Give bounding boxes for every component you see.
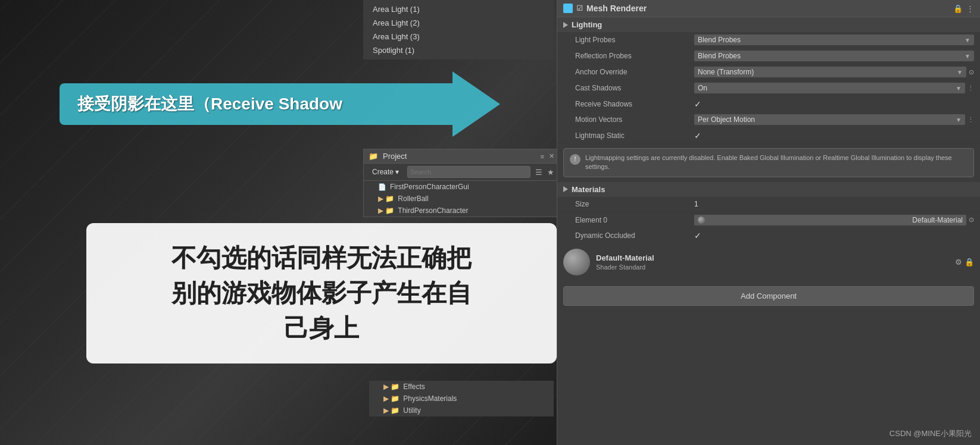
cast-shadows-value[interactable]: On ▼: [694, 83, 965, 93]
materials-section-header[interactable]: Materials: [557, 182, 980, 197]
arrow-text: 接受阴影在这里（Receive Shadow: [77, 93, 342, 115]
motion-vectors-text: Per Object Motion: [698, 115, 755, 124]
text-line-3: 己身上: [110, 311, 533, 346]
folder-icon: 📁: [369, 152, 378, 161]
dropdown-arrow-icon: ▼: [957, 69, 963, 76]
element0-value[interactable]: Default-Material: [694, 215, 966, 225]
inspector-panel: ☑ Mesh Renderer 🔒 ⋮ Lighting Light Probe…: [557, 0, 980, 445]
element0-target-icon[interactable]: ⊙: [969, 216, 974, 224]
anchor-target-icon[interactable]: ⊙: [969, 68, 974, 76]
inspector-title-text: Mesh Renderer: [586, 4, 647, 13]
receive-shadows-checkbox[interactable]: ✓: [694, 99, 974, 109]
scene-background: [0, 0, 557, 445]
material-settings-icon[interactable]: ⚙: [955, 258, 962, 267]
lighting-section-label: Lighting: [572, 20, 602, 29]
cast-shadows-label: Cast Shadows: [575, 84, 694, 92]
size-label: Size: [575, 200, 694, 208]
materials-section: Materials Size 1 Element 0 Default-Mater…: [557, 182, 980, 280]
lightmapping-info-box: ! Lightmapping settings are currently di…: [563, 148, 974, 177]
inspector-header: ☑ Mesh Renderer 🔒 ⋮: [557, 0, 980, 17]
element0-label: Element 0: [575, 216, 694, 224]
arrow-annotation: 接受阴影在这里（Receive Shadow: [60, 71, 512, 143]
property-reflection-probes: Reflection Probes Blend Probes ▼: [557, 48, 980, 64]
reflection-probes-text: Blend Probes: [698, 52, 741, 60]
shader-label: Shader: [596, 264, 617, 271]
motion-vectors-extra-icon[interactable]: ⋮: [967, 116, 974, 124]
project-star-icon[interactable]: ★: [547, 168, 554, 177]
dynamic-occluded-label: Dynamic Occluded: [575, 231, 694, 240]
anchor-override-value[interactable]: None (Transform) ▼: [694, 67, 966, 77]
inspector-lock-icon[interactable]: 🔒: [953, 4, 963, 13]
property-lightmap-static: Lightmap Static ✓: [557, 128, 980, 143]
dynamic-occluded-checkbox[interactable]: ✓: [694, 231, 974, 240]
text-line-2: 别的游戏物体影子产生在自: [110, 276, 533, 311]
project-item-firstperson[interactable]: 📄 FirstPersonCharacterGui: [364, 181, 559, 193]
project-item-label: RollerBall: [398, 195, 428, 203]
property-anchor-override: Anchor Override None (Transform) ▼ ⊙: [557, 64, 980, 80]
reflection-probes-label: Reflection Probes: [575, 52, 694, 60]
folder-icon: ▶ 📁: [383, 406, 400, 415]
text-line-1: 不勾选的话同样无法正确把: [110, 241, 533, 276]
material-preview: Default-Material Shader Standard ⚙ 🔒: [557, 244, 980, 280]
materials-section-label: Materials: [572, 185, 605, 194]
panel-menu-icon[interactable]: ≡: [541, 153, 544, 160]
project-item-rollerball[interactable]: ▶ 📁 RollerBall: [364, 193, 559, 205]
dropdown-arrow-icon: ▼: [965, 37, 970, 43]
script-icon: 📄: [378, 183, 386, 191]
hierarchy-list: Area Light (1) Area Light (2) Area Light…: [363, 0, 554, 59]
material-info: Default-Material Shader Standard: [596, 253, 949, 271]
project-item-utility[interactable]: ▶ 📁 Utility: [369, 405, 554, 416]
project-item-physicsmaterials[interactable]: ▶ 📁 PhysicsMaterials: [369, 393, 554, 405]
shader-value: Standard: [619, 264, 646, 271]
collapse-triangle-icon: [563, 22, 568, 28]
annotation-text: 不勾选的话同样无法正确把 别的游戏物体影子产生在自 己身上: [110, 241, 533, 346]
watermark: CSDN @MINE小果阳光: [890, 428, 972, 439]
material-header-icons: ⚙ 🔒: [955, 258, 974, 267]
property-light-probes: Light Probes Blend Probes ▼: [557, 32, 980, 48]
project-search-input[interactable]: [407, 166, 530, 178]
cast-shadows-text: On: [698, 84, 707, 92]
project-item-label: ThirdPersonCharacter: [398, 206, 468, 215]
element0-text: Default-Material: [912, 216, 963, 224]
list-item: Area Light (3): [363, 30, 554, 43]
folder-icon: ▶ 📁: [378, 195, 394, 203]
size-value: 1: [694, 200, 974, 208]
list-item: Area Light (1): [363, 2, 554, 16]
motion-vectors-value[interactable]: Per Object Motion ▼: [694, 114, 965, 125]
folder-icon: ▶ 📁: [378, 206, 394, 215]
project-item-effects[interactable]: ▶ 📁 Effects: [369, 381, 554, 393]
project-bottom-items: ▶ 📁 Effects ▶ 📁 PhysicsMaterials ▶ 📁 Uti…: [369, 381, 554, 416]
project-filter-icon[interactable]: ☰: [535, 168, 542, 177]
create-button[interactable]: Create ▾: [369, 167, 402, 177]
inspector-title: ☑ Mesh Renderer: [563, 4, 647, 13]
folder-icon: ▶ 📁: [383, 383, 400, 391]
project-item-thirdperson[interactable]: ▶ 📁 ThirdPersonCharacter: [364, 205, 559, 217]
annotation-text-box: 不勾选的话同样无法正确把 别的游戏物体影子产生在自 己身上: [86, 223, 557, 363]
material-name: Default-Material: [596, 253, 949, 262]
lightmap-static-checkbox[interactable]: ✓: [694, 131, 974, 140]
collapse-triangle-icon: [563, 186, 568, 192]
cast-shadows-extra-icon[interactable]: ⋮: [967, 84, 974, 92]
lighting-section-header[interactable]: Lighting: [557, 17, 980, 32]
material-sphere: [563, 249, 590, 275]
panel-close-icon[interactable]: ✕: [549, 152, 554, 160]
property-receive-shadows: Receive Shadows ✓: [557, 96, 980, 112]
light-probes-value[interactable]: Blend Probes ▼: [694, 35, 974, 45]
arrow-head: [452, 71, 500, 137]
material-lock-icon[interactable]: 🔒: [965, 258, 974, 267]
anchor-override-label: Anchor Override: [575, 68, 694, 76]
material-sphere-mini: [698, 217, 705, 224]
checkbox-icon[interactable]: ☑: [576, 4, 583, 12]
list-item: Spotlight (1): [363, 43, 554, 57]
anchor-override-text: None (Transform): [698, 68, 754, 76]
inspector-menu-icon[interactable]: ⋮: [966, 4, 974, 13]
reflection-probes-value[interactable]: Blend Probes ▼: [694, 51, 974, 61]
project-panel: 📁 Project ≡ ✕ Create ▾ ☰ ★ 📄 FirstPerson…: [363, 149, 560, 217]
inspector-header-icons: 🔒 ⋮: [953, 4, 974, 13]
info-icon: !: [570, 154, 580, 165]
dropdown-arrow-icon: ▼: [965, 53, 970, 59]
property-motion-vectors: Motion Vectors Per Object Motion ▼ ⋮: [557, 112, 980, 128]
property-size: Size 1: [557, 197, 980, 212]
project-item-label: FirstPersonCharacterGui: [390, 183, 469, 191]
add-component-button[interactable]: Add Component: [563, 286, 974, 306]
